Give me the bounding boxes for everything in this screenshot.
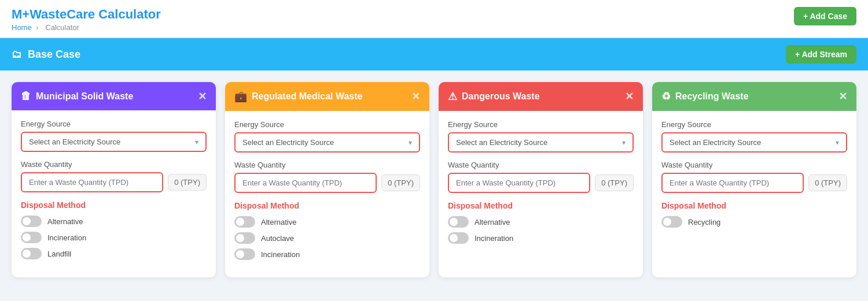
add-case-button[interactable]: + Add Case [794, 7, 856, 25]
energy-source-group-rw: Energy Source Select an Electricity Sour… [661, 120, 847, 153]
waste-quantity-label-rw: Waste Quantity [661, 161, 847, 169]
waste-quantity-input-dw[interactable] [448, 173, 590, 193]
disposal-method-row: Incineration [448, 232, 634, 244]
disposal-method-group-msw: Disposal Method Alternative Incineration… [21, 200, 207, 259]
energy-source-group-msw: Energy Source Select an Electricity Sour… [21, 120, 207, 152]
card-title-rmw: Regulated Medical Waste [252, 91, 362, 102]
disposal-method-row: Alternative [448, 216, 634, 228]
disposal-method-row: Incineration [234, 248, 420, 260]
disposal-method-toggle[interactable] [21, 248, 42, 259]
waste-quantity-label-rmw: Waste Quantity [234, 161, 420, 169]
energy-source-select-dw[interactable]: Select an Electricity Source ▾ [448, 132, 634, 153]
breadcrumb-current: Calculator [45, 23, 79, 32]
card-msw: 🗑 Municipal Solid Waste ✕ Energy Source … [12, 82, 216, 277]
card-body-msw: Energy Source Select an Electricity Sour… [12, 110, 216, 277]
waste-quantity-label-dw: Waste Quantity [448, 161, 634, 169]
case-title: Base Case [28, 49, 80, 61]
energy-source-select-rw[interactable]: Select an Electricity Source ▾ [661, 132, 847, 153]
disposal-method-group-dw: Disposal Method Alternative Incineration [448, 201, 634, 244]
disposal-method-label: Incineration [261, 250, 300, 259]
close-card-rw-button[interactable]: ✕ [838, 91, 847, 102]
disposal-method-row: Recycling [661, 216, 847, 228]
waste-quantity-input-msw[interactable] [21, 172, 163, 192]
waste-quantity-group-rw: Waste Quantity 0 (TPY) [661, 161, 847, 193]
waste-quantity-row-msw: 0 (TPY) [21, 172, 207, 192]
waste-quantity-badge-rmw: 0 (TPY) [381, 174, 420, 191]
energy-source-label-rmw: Energy Source [234, 120, 420, 129]
chevron-down-icon: ▾ [195, 138, 198, 146]
waste-quantity-label-msw: Waste Quantity [21, 160, 207, 169]
disposal-method-toggle[interactable] [448, 216, 469, 228]
card-rmw: 💼 Regulated Medical Waste ✕ Energy Sourc… [225, 82, 429, 277]
waste-quantity-input-rw[interactable] [661, 173, 804, 193]
waste-quantity-group-msw: Waste Quantity 0 (TPY) [21, 160, 207, 192]
disposal-method-label: Incineration [475, 234, 513, 243]
waste-quantity-badge-rw: 0 (TPY) [808, 174, 847, 191]
chevron-down-icon: ▾ [836, 139, 839, 147]
disposal-method-toggle[interactable] [661, 216, 682, 228]
card-body-rmw: Energy Source Select an Electricity Sour… [225, 111, 429, 277]
disposal-method-group-rmw: Disposal Method Alternative Autoclave In… [234, 201, 420, 260]
disposal-method-toggle[interactable] [448, 232, 469, 244]
disposal-method-label: Alternative [47, 217, 83, 226]
card-icon-msw: 🗑 [21, 90, 31, 102]
card-title-dw: Dangerous Waste [462, 91, 540, 102]
card-header-rmw: 💼 Regulated Medical Waste ✕ [225, 82, 429, 111]
card-title-rw: Recycling Waste [675, 91, 749, 102]
disposal-method-label: Incineration [47, 233, 86, 242]
energy-source-label-rw: Energy Source [661, 120, 847, 129]
breadcrumb: Home › Calculator [12, 23, 856, 32]
breadcrumb-home[interactable]: Home [12, 23, 32, 32]
case-header-bar: 🗂 Base Case + Add Stream [0, 38, 868, 70]
close-card-dw-button[interactable]: ✕ [625, 91, 634, 102]
disposal-method-row: Alternative [234, 216, 420, 228]
close-card-msw-button[interactable]: ✕ [198, 91, 207, 102]
disposal-method-label: Alternative [261, 218, 296, 226]
energy-source-group-rmw: Energy Source Select an Electricity Sour… [234, 120, 420, 153]
disposal-method-label: Landfill [47, 250, 71, 258]
card-header-rw: ♻ Recycling Waste ✕ [652, 82, 856, 111]
disposal-method-toggle[interactable] [21, 215, 42, 227]
disposal-method-toggle[interactable] [234, 248, 255, 260]
disposal-method-label: Alternative [475, 218, 510, 226]
add-stream-button[interactable]: + Add Stream [786, 45, 856, 64]
energy-source-select-msw[interactable]: Select an Electricity Source ▾ [21, 132, 207, 152]
energy-source-label-msw: Energy Source [21, 120, 207, 128]
energy-source-placeholder-rmw: Select an Electricity Source [242, 138, 334, 147]
disposal-method-title-rw: Disposal Method [661, 201, 847, 210]
energy-source-placeholder-msw: Select an Electricity Source [29, 138, 120, 146]
disposal-method-row: Landfill [21, 248, 207, 259]
chevron-down-icon: ▾ [622, 139, 626, 147]
disposal-method-toggle[interactable] [234, 232, 255, 244]
disposal-method-row: Incineration [21, 232, 207, 243]
waste-quantity-badge-dw: 0 (TPY) [595, 174, 634, 191]
close-card-rmw-button[interactable]: ✕ [411, 91, 420, 102]
disposal-method-toggle[interactable] [234, 216, 255, 228]
disposal-method-toggle[interactable] [21, 232, 42, 243]
energy-source-placeholder-dw: Select an Electricity Source [456, 138, 547, 147]
card-header-msw: 🗑 Municipal Solid Waste ✕ [12, 82, 216, 110]
waste-quantity-group-rmw: Waste Quantity 0 (TPY) [234, 161, 420, 193]
card-dw: ⚠ Dangerous Waste ✕ Energy Source Select… [439, 82, 643, 277]
disposal-method-title-dw: Disposal Method [448, 201, 634, 210]
disposal-method-label: Autoclave [261, 234, 294, 243]
energy-source-label-dw: Energy Source [448, 120, 634, 129]
card-icon-rw: ♻ [661, 90, 671, 103]
waste-quantity-input-rmw[interactable] [234, 173, 377, 193]
energy-source-select-rmw[interactable]: Select an Electricity Source ▾ [234, 132, 420, 153]
waste-quantity-row-rmw: 0 (TPY) [234, 173, 420, 193]
disposal-method-title-rmw: Disposal Method [234, 201, 420, 210]
card-body-rw: Energy Source Select an Electricity Sour… [652, 111, 856, 245]
energy-source-placeholder-rw: Select an Electricity Source [670, 138, 761, 147]
disposal-method-label: Recycling [688, 218, 720, 226]
card-header-dw: ⚠ Dangerous Waste ✕ [439, 82, 643, 111]
waste-quantity-row-dw: 0 (TPY) [448, 173, 634, 193]
card-body-dw: Energy Source Select an Electricity Sour… [439, 111, 643, 261]
cards-container: 🗑 Municipal Solid Waste ✕ Energy Source … [0, 70, 868, 289]
waste-quantity-row-rw: 0 (TPY) [661, 173, 847, 193]
disposal-method-title-msw: Disposal Method [21, 200, 207, 210]
waste-quantity-group-dw: Waste Quantity 0 (TPY) [448, 161, 634, 193]
chevron-down-icon: ▾ [409, 139, 412, 147]
disposal-method-row: Alternative [21, 215, 207, 227]
disposal-method-row: Autoclave [234, 232, 420, 244]
